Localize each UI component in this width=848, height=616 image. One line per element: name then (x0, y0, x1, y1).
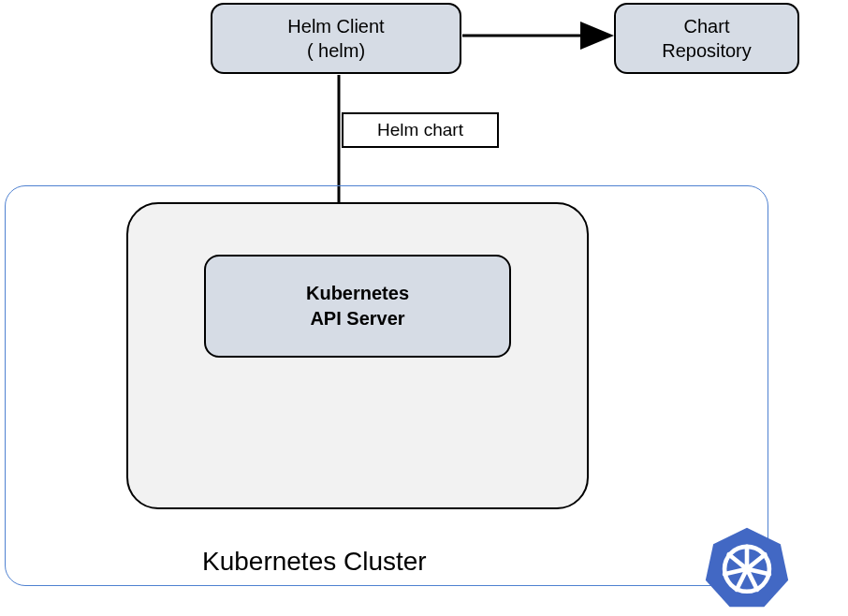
helm-client-title: Helm Client (287, 14, 384, 38)
kubernetes-api-server-node: Kubernetes API Server (204, 255, 511, 358)
chart-repository-node: Chart Repository (614, 3, 799, 74)
kubernetes-logo-icon (704, 524, 790, 610)
api-server-line2: API Server (310, 306, 404, 331)
kubernetes-cluster-title: Kubernetes Cluster (202, 547, 427, 577)
chart-repo-line2: Repository (662, 38, 752, 63)
chart-repo-line1: Chart (684, 14, 730, 38)
helm-chart-edge-label: Helm chart (342, 112, 499, 148)
api-server-line1: Kubernetes (306, 281, 409, 306)
helm-client-node: Helm Client ( helm) (211, 3, 461, 74)
helm-client-subtitle: ( helm) (307, 38, 365, 63)
helm-chart-edge-text: Helm chart (377, 120, 463, 140)
